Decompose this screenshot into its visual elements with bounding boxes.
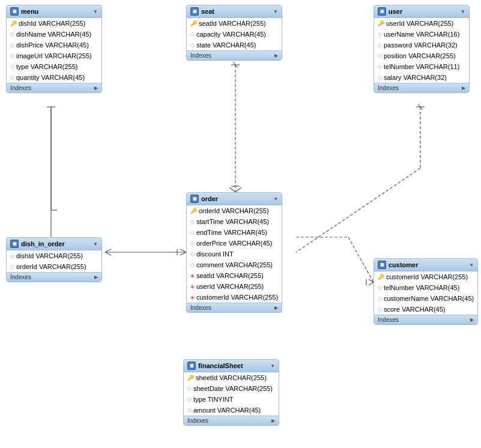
field-row: ◇dishId VARCHAR(255) [7,250,101,261]
footer-arrow-icon[interactable]: ▶ [94,85,98,91]
svg-line-21 [348,237,374,282]
table-dropdown-customer[interactable]: ▼ [469,262,474,268]
field-row: ◇password VARCHAR(32) [374,40,469,50]
field-row: 🔑sheetId VARCHAR(255) [184,372,279,383]
table-name-user: user [389,8,458,15]
svg-line-14 [235,187,241,192]
table-header-dish_in_order[interactable]: ▦dish_in_order▼ [7,238,101,250]
field-row: 🔑orderId VARCHAR(255) [187,205,282,216]
table-icon-financialSheet: ▦ [187,362,196,370]
table-seat[interactable]: ▦seat▼🔑seatId VARCHAR(255)◇capacity VARC… [186,5,282,61]
field-name: state VARCHAR(45) [196,40,256,50]
table-icon-customer: ▦ [378,261,386,269]
table-dropdown-menu[interactable]: ▼ [93,9,98,14]
table-footer-seat[interactable]: Indexes▶ [187,50,282,60]
table-dropdown-financialSheet[interactable]: ▼ [270,363,275,369]
table-dropdown-user[interactable]: ▼ [461,9,465,14]
field-key-icon: ◈ [190,271,195,280]
field-row: 🔑seatId VARCHAR(255) [187,18,282,29]
field-row: ◇userName VARCHAR(16) [374,29,469,40]
field-row: ◇capacity VARCHAR(45) [187,29,282,40]
table-footer-financialSheet[interactable]: Indexes▶ [184,416,279,425]
table-financialSheet[interactable]: ▦financialSheet▼🔑sheetId VARCHAR(255)◇sh… [183,359,279,426]
footer-label: Indexes [378,316,399,323]
svg-line-6 [180,252,186,255]
svg-line-22 [369,279,374,282]
table-header-customer[interactable]: ▦customer▼ [374,259,477,271]
field-row: 🔑userId VARCHAR(255) [374,18,469,29]
table-dropdown-dish_in_order[interactable]: ▼ [93,241,98,247]
field-name: endTime VARCHAR(45) [196,228,267,237]
field-name: position VARCHAR(255) [384,51,456,61]
table-user[interactable]: ▦user▼🔑userId VARCHAR(255)◇userName VARC… [374,5,470,93]
table-dropdown-seat[interactable]: ▼ [273,9,278,14]
field-row: ◇startTime VARCHAR(45) [187,216,282,227]
field-key-icon: ◇ [10,251,14,261]
table-icon-user: ▦ [378,7,386,16]
field-key-icon: ◈ [190,292,195,302]
field-name: seatId VARCHAR(255) [196,271,264,280]
table-order[interactable]: ▦order▼🔑orderId VARCHAR(255)◇startTime V… [186,192,282,313]
footer-arrow-icon[interactable]: ▶ [470,317,474,322]
table-footer-customer[interactable]: Indexes▶ [374,315,477,324]
field-key-icon: ◇ [378,283,382,292]
table-customer[interactable]: ▦customer▼🔑customerId VARCHAR(255)◇telNu… [374,258,478,325]
table-footer-order[interactable]: Indexes▶ [187,303,282,312]
field-row: ◈seatId VARCHAR(255) [187,270,282,281]
field-key-icon: ◇ [378,73,382,82]
field-name: quantity VARCHAR(45) [16,73,85,82]
field-key-icon: ◇ [187,395,192,404]
field-name: salary VARCHAR(32) [384,73,447,82]
field-row: ◇type TINYINT [184,394,279,405]
field-name: userName VARCHAR(16) [384,29,459,39]
field-key-icon: ◇ [10,73,14,82]
footer-arrow-icon[interactable]: ▶ [462,85,465,91]
table-header-order[interactable]: ▦order▼ [187,193,282,205]
table-header-seat[interactable]: ▦seat▼ [187,5,282,18]
table-icon-order: ▦ [190,195,199,203]
field-key-icon: ◇ [378,62,382,71]
field-name: userId VARCHAR(255) [386,19,453,28]
field-name: discount INT [196,249,234,259]
table-name-menu: menu [21,8,91,15]
field-key-icon: 🔑 [190,206,197,216]
table-menu[interactable]: ▦menu▼🔑dishId VARCHAR(255)◇dishName VARC… [6,5,102,93]
field-name: telNumber VARCHAR(45) [384,283,459,292]
footer-arrow-icon[interactable]: ▶ [274,53,278,58]
table-header-menu[interactable]: ▦menu▼ [7,5,101,18]
field-key-icon: ◈ [190,282,195,291]
field-name: customerId VARCHAR(255) [386,272,468,282]
field-row: ◇dishName VARCHAR(45) [7,29,101,40]
field-name: dishId VARCHAR(255) [19,19,85,28]
table-name-dish_in_order: dish_in_order [21,240,91,247]
field-name: seatId VARCHAR(255) [199,19,266,28]
table-header-financialSheet[interactable]: ▦financialSheet▼ [184,360,279,372]
field-key-icon: ◇ [190,40,195,50]
field-row: ◇endTime VARCHAR(45) [187,227,282,238]
field-name: telNumber VARCHAR(11) [384,62,459,71]
field-row: ◇telNumber VARCHAR(11) [374,61,469,72]
table-icon-dish_in_order: ▦ [10,240,19,248]
footer-arrow-icon[interactable]: ▶ [274,305,278,310]
table-footer-dish_in_order[interactable]: Indexes▶ [7,272,101,282]
field-row: ◇quantity VARCHAR(45) [7,72,101,83]
field-key-icon: ◇ [190,29,195,39]
table-dish_in_order[interactable]: ▦dish_in_order▼◇dishId VARCHAR(255)◇orde… [6,237,102,282]
table-header-user[interactable]: ▦user▼ [374,5,469,18]
table-footer-menu[interactable]: Indexes▶ [7,83,101,92]
field-row: ◈customerId VARCHAR(255) [187,292,282,303]
field-row: 🔑customerId VARCHAR(255) [374,271,477,282]
field-row: ◇discount INT [187,249,282,259]
table-footer-user[interactable]: Indexes▶ [374,83,469,92]
field-row: ◇imageUrl VARCHAR(255) [7,50,101,61]
table-dropdown-order[interactable]: ▼ [273,196,278,202]
field-key-icon: ◇ [190,249,195,259]
field-name: type VARCHAR(255) [16,62,78,71]
footer-arrow-icon[interactable]: ▶ [94,274,98,280]
footer-arrow-icon[interactable]: ▶ [271,418,275,423]
field-name: capacity VARCHAR(45) [196,29,266,39]
field-row: ◇dishPrice VARCHAR(45) [7,40,101,50]
field-row: ◇score VARCHAR(45) [374,304,477,315]
footer-label: Indexes [10,85,31,91]
field-key-icon: ◇ [190,260,195,270]
